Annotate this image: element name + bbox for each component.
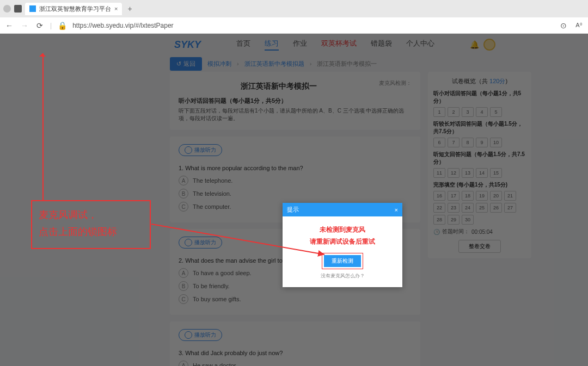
lock-icon[interactable]: 🔒 — [57, 21, 67, 30]
annotation-arrowhead-up-icon — [39, 50, 46, 57]
browser-titlebar: 浙江双英智慧教育学习平台 × + — [0, 0, 588, 17]
tab-close-icon[interactable]: × — [114, 5, 118, 12]
modal-close-icon[interactable]: × — [395, 207, 398, 213]
nav-back-icon[interactable]: ← — [4, 21, 14, 30]
search-icon[interactable]: ⊙ — [559, 21, 568, 30]
profile-dot-icon — [3, 5, 11, 13]
read-aloud-icon[interactable]: A⁰ — [574, 22, 584, 29]
tab-title: 浙江双英智慧教育学习平台 — [39, 5, 111, 13]
page-content: SYKY 首页练习作业双英杯考试错题袋个人中心 🔔 ↺返回 模拟冲刺 › 浙江英… — [0, 34, 588, 366]
nav-reload-icon[interactable]: ⟳ — [35, 21, 45, 30]
modal-header: 提示 × — [283, 203, 402, 216]
annotation-arrow-up — [42, 53, 44, 200]
svg-line-0 — [151, 224, 324, 255]
annotation-arrow-right — [151, 224, 336, 264]
new-tab-button[interactable]: + — [125, 4, 134, 13]
url-text[interactable]: https://web.syedu.vip/#/lxtestPaper — [72, 22, 553, 29]
annotation-box: 麦克风调试， 点击上面的锁图标 — [31, 200, 151, 249]
modal-help-link[interactable]: 没有麦克风怎么办？ — [288, 272, 397, 280]
window-square-icon — [14, 5, 22, 13]
tab-favicon-icon — [29, 5, 36, 12]
browser-address-bar: ← → ⟳ | 🔒 https://web.syedu.vip/#/lxtest… — [0, 17, 588, 34]
annotation-text: 麦克风调试， 点击上面的锁图标 — [32, 201, 150, 245]
modal-title: 提示 — [287, 206, 299, 214]
browser-tab[interactable]: 浙江双英智慧教育学习平台 × — [25, 3, 122, 15]
nav-forward-icon[interactable]: → — [20, 21, 29, 30]
